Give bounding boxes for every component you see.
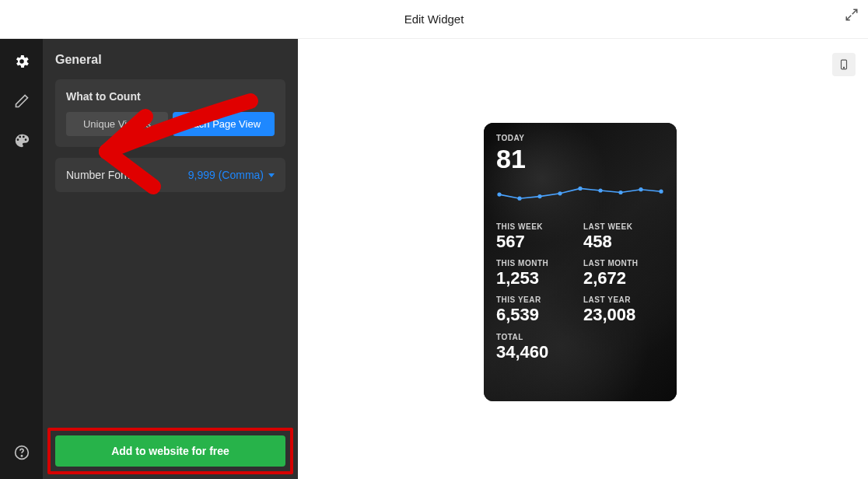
stats-grid: THIS WEEK 567 LAST WEEK 458 THIS MONTH 1… xyxy=(496,222,664,325)
modal-title: Edit Widget xyxy=(404,12,464,26)
svg-point-8 xyxy=(578,187,582,191)
what-to-count-label: What to Count xyxy=(66,90,275,103)
stat-this-week: THIS WEEK 567 xyxy=(496,222,577,251)
tab-style[interactable] xyxy=(13,132,30,152)
mobile-icon xyxy=(838,57,849,72)
number-format-label: Number Format xyxy=(66,169,142,181)
add-to-website-button[interactable]: Add to website for free xyxy=(55,435,285,467)
option-unique-visitors[interactable]: Unique Visitors xyxy=(66,112,168,136)
svg-point-3 xyxy=(843,67,844,68)
svg-point-9 xyxy=(598,188,602,192)
option-each-page-view[interactable]: Each Page View xyxy=(173,112,275,136)
stat-last-year: LAST YEAR 23,008 xyxy=(583,295,664,324)
gear-icon xyxy=(13,53,30,70)
what-to-count-segment: Unique Visitors Each Page View xyxy=(66,112,275,136)
stat-last-month: LAST MONTH 2,672 xyxy=(583,259,664,288)
stat-total: TOTAL 34,460 xyxy=(496,333,664,362)
number-format-dropdown[interactable]: 9,999 (Comma) xyxy=(188,169,275,181)
today-label: TODAY xyxy=(496,134,664,142)
what-to-count-card: What to Count Unique Visitors Each Page … xyxy=(55,79,285,147)
expand-icon xyxy=(845,8,859,22)
today-value: 81 xyxy=(496,144,664,174)
svg-point-6 xyxy=(537,194,541,198)
left-icon-strip xyxy=(0,39,43,479)
device-mobile-toggle[interactable] xyxy=(832,53,856,76)
svg-point-10 xyxy=(618,191,622,194)
help-icon xyxy=(14,445,30,460)
stat-label: LAST YEAR xyxy=(583,295,664,304)
tab-edit[interactable] xyxy=(14,93,30,112)
expand-button[interactable] xyxy=(845,8,859,25)
stat-value: 458 xyxy=(583,233,664,251)
stat-label: LAST MONTH xyxy=(583,259,664,267)
stat-this-year: THIS YEAR 6,539 xyxy=(496,295,577,324)
modal-header: Edit Widget xyxy=(0,0,868,39)
stat-value: 23,008 xyxy=(583,306,664,324)
panel-title: General xyxy=(55,53,285,67)
stat-label: THIS WEEK xyxy=(496,222,577,231)
stat-label: THIS MONTH xyxy=(496,259,577,267)
stat-value: 1,253 xyxy=(496,269,577,288)
stat-this-month: THIS MONTH 1,253 xyxy=(496,259,577,288)
cta-highlight: Add to website for free xyxy=(47,428,293,474)
stat-last-week: LAST WEEK 458 xyxy=(583,222,664,251)
chevron-down-icon xyxy=(268,173,275,177)
stat-value: 6,539 xyxy=(496,306,577,324)
palette-icon xyxy=(13,132,30,149)
stat-label: TOTAL xyxy=(496,333,664,341)
svg-point-5 xyxy=(517,197,521,201)
stat-value: 34,460 xyxy=(496,343,664,362)
settings-panel: General What to Count Unique Visitors Ea… xyxy=(43,39,298,479)
svg-point-4 xyxy=(497,193,501,197)
svg-point-12 xyxy=(659,190,663,194)
number-format-row[interactable]: Number Format 9,999 (Comma) xyxy=(55,158,285,192)
preview-area: TODAY 81 THIS WEEK 567 LAST WEEK 458 THI… xyxy=(298,39,868,479)
help-button[interactable] xyxy=(14,445,30,463)
stat-value: 567 xyxy=(496,233,577,251)
stat-label: LAST WEEK xyxy=(583,222,664,231)
stat-label: THIS YEAR xyxy=(496,295,577,304)
svg-point-1 xyxy=(21,456,22,456)
svg-point-11 xyxy=(639,187,642,191)
sparkline-chart xyxy=(496,179,664,213)
widget-preview: TODAY 81 THIS WEEK 567 LAST WEEK 458 THI… xyxy=(484,123,677,401)
pencil-icon xyxy=(14,93,30,109)
number-format-value: 9,999 (Comma) xyxy=(188,169,264,181)
svg-point-7 xyxy=(558,191,562,195)
stat-value: 2,672 xyxy=(583,269,664,288)
tab-general[interactable] xyxy=(13,53,30,73)
